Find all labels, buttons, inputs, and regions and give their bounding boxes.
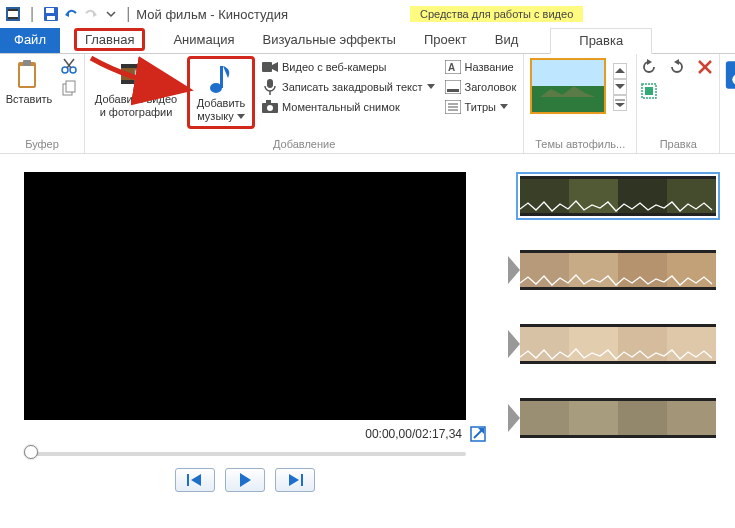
svg-rect-12 xyxy=(23,60,31,66)
group-share: Д... xyxy=(720,54,735,153)
select-all-icon[interactable] xyxy=(641,83,657,99)
copy-icon[interactable] xyxy=(61,80,77,96)
svg-marker-8 xyxy=(93,11,97,17)
edit-icons-grid xyxy=(641,56,715,101)
save-icon[interactable] xyxy=(42,5,60,23)
workspace: 00:00,00/02:17,34 xyxy=(0,154,735,526)
svg-rect-27 xyxy=(262,62,272,72)
credits-icon xyxy=(445,99,461,115)
add-music-button[interactable]: Добавить музыку xyxy=(191,60,251,125)
contextual-tab-label: Средства для работы с видео xyxy=(410,6,583,22)
group-share-label: Д... xyxy=(724,136,735,153)
tab-view[interactable]: Вид xyxy=(481,28,533,53)
svg-point-32 xyxy=(267,105,273,111)
add-media-button[interactable]: Добавить видео и фотографии xyxy=(89,56,183,121)
tab-edit[interactable]: Правка xyxy=(550,28,652,54)
timeline-clip-1[interactable] xyxy=(520,176,716,216)
snapshot-button[interactable]: Моментальный снимок xyxy=(259,98,438,116)
preview-pane: 00:00,00/02:17,34 xyxy=(0,154,498,526)
undo-icon[interactable] xyxy=(62,5,80,23)
timeline-clip-3[interactable] xyxy=(520,324,716,364)
svg-rect-33 xyxy=(266,100,271,103)
tab-project[interactable]: Проект xyxy=(410,28,481,53)
playback-controls xyxy=(24,468,466,492)
onedrive-icon xyxy=(724,58,735,92)
rotate-left-icon[interactable] xyxy=(641,59,657,75)
caption-button[interactable]: Заголовок xyxy=(442,78,520,96)
music-note-icon xyxy=(204,62,238,96)
title-button[interactable]: A Название xyxy=(442,58,520,76)
onedrive-button[interactable] xyxy=(724,56,735,94)
gallery-up-icon[interactable] xyxy=(613,63,627,79)
theme-thumb-1[interactable] xyxy=(530,58,606,114)
paste-button[interactable]: Вставить xyxy=(4,56,54,108)
clipboard-icon xyxy=(12,58,46,92)
playhead-thumb[interactable] xyxy=(24,445,38,459)
cut-icon[interactable] xyxy=(61,58,77,74)
group-themes: Темы автофиль... xyxy=(524,54,637,153)
next-frame-button[interactable] xyxy=(275,468,315,492)
svg-rect-29 xyxy=(267,79,273,88)
svg-rect-56 xyxy=(187,474,189,486)
svg-rect-60 xyxy=(301,474,303,486)
group-add-label: Добавление xyxy=(89,136,519,153)
title-label: Название xyxy=(465,61,514,73)
svg-rect-18 xyxy=(66,81,75,92)
timeline-clip-4[interactable] xyxy=(520,398,716,438)
qat-customise-chevron[interactable] xyxy=(102,5,120,23)
play-button[interactable] xyxy=(225,468,265,492)
timeline-clip-2[interactable] xyxy=(520,250,716,290)
clip-pointer-icon xyxy=(508,256,520,284)
app-icon[interactable] xyxy=(4,5,22,23)
add-music-label: Добавить музыку xyxy=(193,97,249,123)
playhead-slider[interactable] xyxy=(24,452,466,456)
redo-icon[interactable] xyxy=(82,5,100,23)
camera-icon xyxy=(262,99,278,115)
svg-rect-37 xyxy=(447,89,459,92)
svg-rect-5 xyxy=(46,8,54,13)
credits-button[interactable]: Титры xyxy=(442,98,520,116)
svg-rect-2 xyxy=(8,9,18,11)
webcam-button[interactable]: Видео с веб-камеры xyxy=(259,58,438,76)
svg-marker-57 xyxy=(191,474,201,486)
timeline-pane[interactable] xyxy=(498,154,735,526)
tab-animation[interactable]: Анимация xyxy=(159,28,248,53)
add-small-col1: Видео с веб-камеры Записать закадровый т… xyxy=(259,56,438,116)
group-editing-label: Правка xyxy=(641,136,715,153)
svg-rect-49 xyxy=(726,61,735,89)
prev-frame-button[interactable] xyxy=(175,468,215,492)
rotate-right-icon[interactable] xyxy=(669,59,685,75)
gallery-down-icon[interactable] xyxy=(613,79,627,95)
voiceover-label: Записать закадровый текст xyxy=(282,81,423,93)
group-themes-label: Темы автофиль... xyxy=(528,136,632,153)
video-preview[interactable] xyxy=(24,172,466,420)
svg-marker-7 xyxy=(65,11,69,17)
quick-access-toolbar: | xyxy=(4,5,120,23)
webcam-icon xyxy=(262,59,278,75)
gallery-more-icon[interactable] xyxy=(613,95,627,111)
svg-rect-20 xyxy=(121,64,145,68)
svg-rect-3 xyxy=(8,17,18,19)
titlebar: | | Мой фильм - Киностудия Средства для … xyxy=(0,0,735,28)
tab-file[interactable]: Файл xyxy=(0,28,60,53)
title-icon: A xyxy=(445,59,461,75)
tab-home[interactable]: Главная xyxy=(60,28,159,53)
svg-marker-43 xyxy=(647,59,652,65)
paste-label: Вставить xyxy=(6,93,53,106)
svg-text:A: A xyxy=(448,62,455,73)
svg-point-24 xyxy=(146,73,152,79)
add-media-label: Добавить видео и фотографии xyxy=(91,93,181,119)
film-photo-icon xyxy=(119,58,153,92)
theme-gallery[interactable] xyxy=(528,56,632,114)
gallery-scroll xyxy=(610,61,630,111)
snapshot-label: Моментальный снимок xyxy=(282,101,400,113)
delete-icon[interactable] xyxy=(697,59,713,75)
voiceover-button[interactable]: Записать закадровый текст xyxy=(259,78,438,96)
caption-label: Заголовок xyxy=(465,81,517,93)
fullscreen-icon[interactable] xyxy=(470,426,486,442)
add-music-highlight: Добавить музыку xyxy=(187,56,255,129)
svg-marker-44 xyxy=(674,59,679,65)
tab-effects[interactable]: Визуальные эффекты xyxy=(248,28,409,53)
caption-icon xyxy=(445,79,461,95)
svg-rect-6 xyxy=(47,16,55,20)
